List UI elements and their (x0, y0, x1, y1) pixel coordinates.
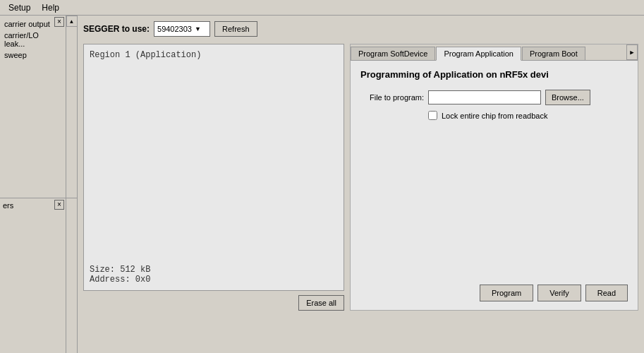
refresh-button[interactable]: Refresh (214, 21, 257, 37)
segger-dropdown[interactable]: 59402303 ▼ (154, 21, 210, 37)
segger-dropdown-arrow-icon: ▼ (195, 25, 201, 32)
lock-checkbox-row: Lock entire chip from readback (428, 111, 628, 120)
programming-panel: Program SoftDevice Program Application P… (350, 44, 638, 311)
segger-row: SEGGER to use: 59402303 ▼ Refresh (83, 21, 638, 37)
menu-help[interactable]: Help (36, 1, 65, 14)
file-input[interactable] (428, 90, 541, 104)
browse-button[interactable]: Browse... (545, 90, 590, 105)
program-button[interactable]: Program (480, 285, 533, 301)
tab-application[interactable]: Program Application (436, 47, 521, 61)
memory-panel: Region 1 (Application) Size: 512 kB Addr… (83, 44, 344, 291)
action-buttons: Program Verify Read (351, 285, 638, 310)
sidebar-close-button[interactable]: × (54, 17, 64, 27)
erase-all-button[interactable]: Erase all (298, 295, 344, 311)
region-title: Region 1 (Application) (90, 50, 338, 60)
sidebar-item-1[interactable]: carrier/LO leak... (1, 30, 64, 49)
tab-softdevice[interactable]: Program SoftDevice (351, 47, 435, 60)
segger-label: SEGGER to use: (83, 24, 150, 34)
lock-checkbox[interactable] (428, 111, 437, 120)
tab-scroll-right-button[interactable]: ▶ (626, 44, 638, 60)
menubar: Setup Help (0, 0, 644, 16)
panels-row: Region 1 (Application) Size: 512 kB Addr… (83, 44, 638, 311)
left-sidebar2-panel: × ers (0, 198, 78, 353)
lock-label: Lock entire chip from readback (442, 112, 547, 120)
region-size: Size: 512 kB (90, 265, 338, 275)
sidebar2-scrollbar (66, 198, 77, 353)
file-label: File to program: (360, 93, 424, 102)
scroll-up-button[interactable]: ▲ (66, 16, 78, 27)
read-button[interactable]: Read (585, 285, 628, 301)
tabs-row: Program SoftDevice Program Application P… (351, 44, 638, 61)
menu-setup[interactable]: Setup (3, 1, 36, 14)
memory-panel-container: Region 1 (Application) Size: 512 kB Addr… (83, 44, 344, 311)
region-address: Address: 0x0 (90, 275, 338, 285)
main-content: SEGGER to use: 59402303 ▼ Refresh Region… (78, 16, 644, 353)
file-row: File to program: Browse... (360, 90, 628, 105)
erase-row: Erase all (83, 295, 344, 311)
verify-button[interactable]: Verify (537, 285, 581, 301)
prog-title: Programming of Application on nRF5x devi (360, 69, 628, 80)
prog-content: Programming of Application on nRF5x devi… (351, 61, 638, 285)
segger-value: 59402303 (157, 25, 192, 33)
sidebar-item-2[interactable]: sweep (1, 49, 64, 61)
tab-boot[interactable]: Program Boot (522, 47, 585, 60)
sidebar2-close-button[interactable]: × (54, 200, 64, 210)
